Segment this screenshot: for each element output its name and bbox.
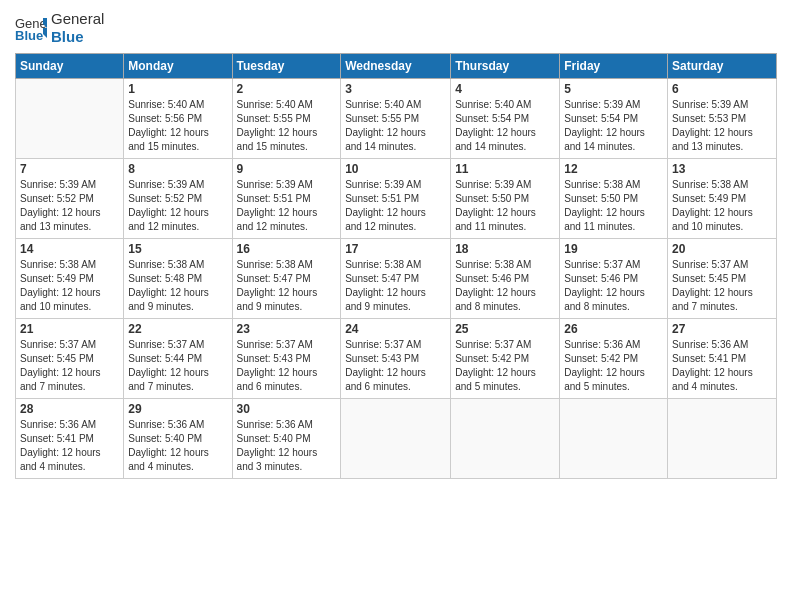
- day-number: 15: [128, 242, 227, 256]
- week-row-4: 28Sunrise: 5:36 AM Sunset: 5:41 PM Dayli…: [16, 399, 777, 479]
- calendar-cell: 22Sunrise: 5:37 AM Sunset: 5:44 PM Dayli…: [124, 319, 232, 399]
- calendar-cell: 10Sunrise: 5:39 AM Sunset: 5:51 PM Dayli…: [341, 159, 451, 239]
- calendar-cell: 3Sunrise: 5:40 AM Sunset: 5:55 PM Daylig…: [341, 79, 451, 159]
- day-number: 2: [237, 82, 337, 96]
- calendar-cell: 2Sunrise: 5:40 AM Sunset: 5:55 PM Daylig…: [232, 79, 341, 159]
- calendar-cell: 15Sunrise: 5:38 AM Sunset: 5:48 PM Dayli…: [124, 239, 232, 319]
- header-tuesday: Tuesday: [232, 54, 341, 79]
- day-info: Sunrise: 5:36 AM Sunset: 5:42 PM Dayligh…: [564, 338, 663, 394]
- calendar-cell: [451, 399, 560, 479]
- logo-icon: General Blue: [15, 14, 47, 42]
- week-row-0: 1Sunrise: 5:40 AM Sunset: 5:56 PM Daylig…: [16, 79, 777, 159]
- calendar-cell: 27Sunrise: 5:36 AM Sunset: 5:41 PM Dayli…: [668, 319, 777, 399]
- day-number: 29: [128, 402, 227, 416]
- day-info: Sunrise: 5:38 AM Sunset: 5:47 PM Dayligh…: [345, 258, 446, 314]
- day-number: 22: [128, 322, 227, 336]
- day-number: 25: [455, 322, 555, 336]
- calendar-cell: 26Sunrise: 5:36 AM Sunset: 5:42 PM Dayli…: [560, 319, 668, 399]
- day-number: 23: [237, 322, 337, 336]
- calendar-cell: [341, 399, 451, 479]
- day-number: 14: [20, 242, 119, 256]
- calendar-cell: 25Sunrise: 5:37 AM Sunset: 5:42 PM Dayli…: [451, 319, 560, 399]
- header-wednesday: Wednesday: [341, 54, 451, 79]
- calendar-cell: 11Sunrise: 5:39 AM Sunset: 5:50 PM Dayli…: [451, 159, 560, 239]
- day-info: Sunrise: 5:39 AM Sunset: 5:54 PM Dayligh…: [564, 98, 663, 154]
- svg-marker-3: [43, 28, 47, 38]
- header-friday: Friday: [560, 54, 668, 79]
- calendar-cell: 30Sunrise: 5:36 AM Sunset: 5:40 PM Dayli…: [232, 399, 341, 479]
- calendar-cell: 1Sunrise: 5:40 AM Sunset: 5:56 PM Daylig…: [124, 79, 232, 159]
- calendar-cell: 4Sunrise: 5:40 AM Sunset: 5:54 PM Daylig…: [451, 79, 560, 159]
- calendar-cell: 12Sunrise: 5:38 AM Sunset: 5:50 PM Dayli…: [560, 159, 668, 239]
- calendar-cell: 6Sunrise: 5:39 AM Sunset: 5:53 PM Daylig…: [668, 79, 777, 159]
- day-info: Sunrise: 5:39 AM Sunset: 5:52 PM Dayligh…: [20, 178, 119, 234]
- calendar-cell: 19Sunrise: 5:37 AM Sunset: 5:46 PM Dayli…: [560, 239, 668, 319]
- calendar-header-row: SundayMondayTuesdayWednesdayThursdayFrid…: [16, 54, 777, 79]
- calendar-cell: 5Sunrise: 5:39 AM Sunset: 5:54 PM Daylig…: [560, 79, 668, 159]
- day-number: 21: [20, 322, 119, 336]
- day-number: 9: [237, 162, 337, 176]
- calendar-cell: 23Sunrise: 5:37 AM Sunset: 5:43 PM Dayli…: [232, 319, 341, 399]
- calendar-cell: 28Sunrise: 5:36 AM Sunset: 5:41 PM Dayli…: [16, 399, 124, 479]
- calendar-cell: 20Sunrise: 5:37 AM Sunset: 5:45 PM Dayli…: [668, 239, 777, 319]
- day-number: 27: [672, 322, 772, 336]
- day-info: Sunrise: 5:40 AM Sunset: 5:56 PM Dayligh…: [128, 98, 227, 154]
- day-info: Sunrise: 5:40 AM Sunset: 5:54 PM Dayligh…: [455, 98, 555, 154]
- day-number: 17: [345, 242, 446, 256]
- calendar-cell: [668, 399, 777, 479]
- day-info: Sunrise: 5:37 AM Sunset: 5:43 PM Dayligh…: [237, 338, 337, 394]
- header-thursday: Thursday: [451, 54, 560, 79]
- logo-general: General: [51, 10, 104, 27]
- day-number: 5: [564, 82, 663, 96]
- day-info: Sunrise: 5:40 AM Sunset: 5:55 PM Dayligh…: [345, 98, 446, 154]
- day-info: Sunrise: 5:37 AM Sunset: 5:45 PM Dayligh…: [672, 258, 772, 314]
- day-info: Sunrise: 5:38 AM Sunset: 5:46 PM Dayligh…: [455, 258, 555, 314]
- day-info: Sunrise: 5:37 AM Sunset: 5:46 PM Dayligh…: [564, 258, 663, 314]
- svg-text:Blue: Blue: [15, 28, 43, 42]
- day-info: Sunrise: 5:37 AM Sunset: 5:43 PM Dayligh…: [345, 338, 446, 394]
- day-info: Sunrise: 5:37 AM Sunset: 5:42 PM Dayligh…: [455, 338, 555, 394]
- day-number: 7: [20, 162, 119, 176]
- day-info: Sunrise: 5:36 AM Sunset: 5:40 PM Dayligh…: [237, 418, 337, 474]
- day-number: 16: [237, 242, 337, 256]
- calendar: SundayMondayTuesdayWednesdayThursdayFrid…: [15, 53, 777, 479]
- week-row-2: 14Sunrise: 5:38 AM Sunset: 5:49 PM Dayli…: [16, 239, 777, 319]
- day-info: Sunrise: 5:38 AM Sunset: 5:49 PM Dayligh…: [672, 178, 772, 234]
- day-number: 13: [672, 162, 772, 176]
- day-info: Sunrise: 5:39 AM Sunset: 5:52 PM Dayligh…: [128, 178, 227, 234]
- day-info: Sunrise: 5:39 AM Sunset: 5:53 PM Dayligh…: [672, 98, 772, 154]
- calendar-cell: 9Sunrise: 5:39 AM Sunset: 5:51 PM Daylig…: [232, 159, 341, 239]
- day-info: Sunrise: 5:39 AM Sunset: 5:51 PM Dayligh…: [345, 178, 446, 234]
- header-sunday: Sunday: [16, 54, 124, 79]
- logo-blue: Blue: [51, 28, 84, 45]
- day-info: Sunrise: 5:39 AM Sunset: 5:51 PM Dayligh…: [237, 178, 337, 234]
- day-info: Sunrise: 5:38 AM Sunset: 5:48 PM Dayligh…: [128, 258, 227, 314]
- day-number: 26: [564, 322, 663, 336]
- calendar-cell: 17Sunrise: 5:38 AM Sunset: 5:47 PM Dayli…: [341, 239, 451, 319]
- calendar-cell: 7Sunrise: 5:39 AM Sunset: 5:52 PM Daylig…: [16, 159, 124, 239]
- day-info: Sunrise: 5:38 AM Sunset: 5:49 PM Dayligh…: [20, 258, 119, 314]
- calendar-cell: 13Sunrise: 5:38 AM Sunset: 5:49 PM Dayli…: [668, 159, 777, 239]
- day-number: 6: [672, 82, 772, 96]
- day-number: 12: [564, 162, 663, 176]
- day-info: Sunrise: 5:37 AM Sunset: 5:45 PM Dayligh…: [20, 338, 119, 394]
- day-number: 3: [345, 82, 446, 96]
- day-info: Sunrise: 5:39 AM Sunset: 5:50 PM Dayligh…: [455, 178, 555, 234]
- day-info: Sunrise: 5:37 AM Sunset: 5:44 PM Dayligh…: [128, 338, 227, 394]
- week-row-3: 21Sunrise: 5:37 AM Sunset: 5:45 PM Dayli…: [16, 319, 777, 399]
- day-info: Sunrise: 5:38 AM Sunset: 5:47 PM Dayligh…: [237, 258, 337, 314]
- day-info: Sunrise: 5:40 AM Sunset: 5:55 PM Dayligh…: [237, 98, 337, 154]
- day-number: 30: [237, 402, 337, 416]
- day-number: 8: [128, 162, 227, 176]
- day-number: 10: [345, 162, 446, 176]
- day-number: 20: [672, 242, 772, 256]
- logo: General Blue General Blue: [15, 10, 104, 45]
- day-number: 18: [455, 242, 555, 256]
- calendar-cell: 16Sunrise: 5:38 AM Sunset: 5:47 PM Dayli…: [232, 239, 341, 319]
- header: General Blue General Blue: [15, 10, 777, 45]
- week-row-1: 7Sunrise: 5:39 AM Sunset: 5:52 PM Daylig…: [16, 159, 777, 239]
- day-number: 4: [455, 82, 555, 96]
- day-info: Sunrise: 5:38 AM Sunset: 5:50 PM Dayligh…: [564, 178, 663, 234]
- day-info: Sunrise: 5:36 AM Sunset: 5:40 PM Dayligh…: [128, 418, 227, 474]
- day-number: 24: [345, 322, 446, 336]
